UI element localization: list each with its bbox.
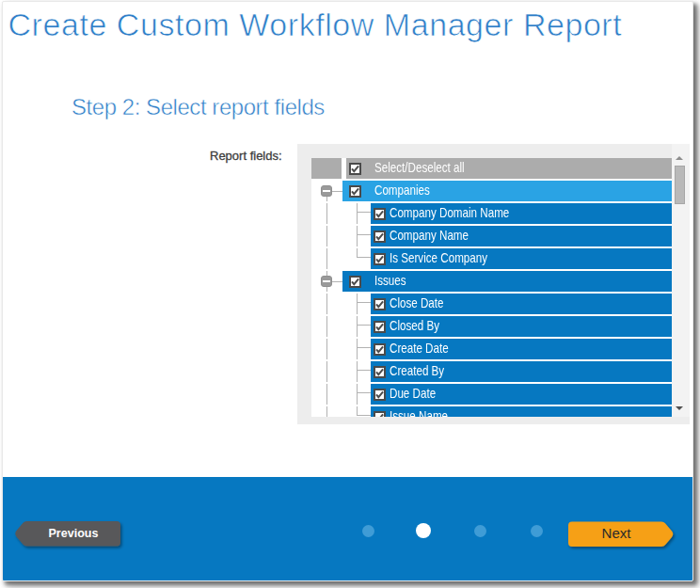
- svg-text:Next: Next: [602, 525, 632, 541]
- svg-text:Previous: Previous: [49, 526, 99, 540]
